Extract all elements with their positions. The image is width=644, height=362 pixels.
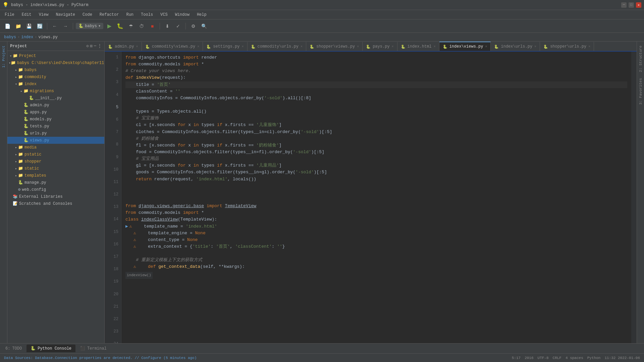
- forward-button[interactable]: →: [61, 21, 70, 31]
- sidebar-collapse-icon[interactable]: —: [94, 44, 96, 49]
- line-number: 18: [107, 266, 118, 273]
- tree-item[interactable]: 🐍tests.py: [7, 123, 104, 130]
- search-button[interactable]: 🔍: [199, 21, 209, 31]
- sep2: ›: [35, 35, 37, 40]
- menu-vcs[interactable]: VCS: [157, 11, 171, 18]
- new-file-button[interactable]: 📄: [3, 21, 12, 31]
- tree-item-label: media: [24, 145, 37, 150]
- tree-item-icon: 🐍: [23, 110, 29, 115]
- menu-window[interactable]: Window: [172, 11, 193, 18]
- tree-item[interactable]: ▸📁pstatic: [7, 151, 104, 158]
- tree-item[interactable]: ▾📁Project: [7, 52, 104, 59]
- back-button[interactable]: ←: [50, 21, 59, 31]
- tree-item[interactable]: ▸📁templates: [7, 172, 104, 179]
- tree-item[interactable]: ▾📁babys C:\Users\ied\Desktop\chapter11\b…: [7, 59, 104, 66]
- code-line: # 重新定义模板上下文的获取方式: [125, 257, 627, 263]
- sidebar-settings-icon[interactable]: ⚙: [86, 44, 89, 49]
- tab-close-button[interactable]: ×: [357, 45, 359, 49]
- warning-gutter-icon[interactable]: ⚠: [133, 264, 136, 269]
- tree-item[interactable]: 📝Scratches and Consoles: [7, 200, 104, 207]
- project-tab[interactable]: 1: Project: [1, 43, 6, 70]
- tab-close-button[interactable]: ×: [392, 45, 394, 49]
- tab-close-button[interactable]: ×: [588, 45, 590, 49]
- warning-gutter-icon[interactable]: ⚠: [129, 224, 132, 229]
- settings-button[interactable]: ⚙: [189, 21, 198, 31]
- tree-item[interactable]: ▸📁commodity: [7, 73, 104, 80]
- warning-gutter-icon[interactable]: ⚠: [133, 237, 136, 242]
- tree-item[interactable]: ▸📁media: [7, 144, 104, 151]
- tree-item[interactable]: 🐍__init__.py: [7, 95, 104, 102]
- sync-button[interactable]: 🔄: [35, 21, 44, 31]
- tab-close-button[interactable]: ×: [301, 45, 303, 49]
- tree-item[interactable]: ▸📁shopper: [7, 158, 104, 165]
- breadcrumb-babys[interactable]: babys: [4, 35, 16, 40]
- menu-tools[interactable]: Tools: [138, 11, 156, 18]
- menu-edit[interactable]: Edit: [18, 11, 35, 18]
- python-console-tab[interactable]: 🐍 Python Console: [26, 345, 75, 352]
- tree-item[interactable]: ▾📁index: [7, 80, 104, 87]
- coverage-button[interactable]: ☂: [126, 21, 136, 31]
- tab-icon: 🐍: [401, 45, 406, 49]
- structure-tab[interactable]: 2: Structure: [638, 43, 643, 75]
- menu-help[interactable]: Help: [194, 11, 210, 18]
- sidebar-gear-icon[interactable]: ⋮: [98, 44, 102, 49]
- editor-tab[interactable]: 🐍settings.py×: [203, 42, 247, 51]
- editor-tab[interactable]: 🐍commodity\urls.py×: [248, 42, 306, 51]
- menu-code[interactable]: Code: [79, 11, 96, 18]
- editor-tab[interactable]: 🐍index.html×: [397, 42, 439, 51]
- editor-tab[interactable]: 🐍shopper\views.py×: [306, 42, 363, 51]
- debug-button[interactable]: 🐛: [115, 21, 125, 31]
- tree-item[interactable]: ▸📁static: [7, 165, 104, 172]
- terminal-tab[interactable]: ⬛ Terminal: [76, 345, 111, 352]
- vcs-update-button[interactable]: ⬇: [163, 21, 172, 31]
- tab-close-button[interactable]: ×: [197, 45, 199, 49]
- editor-tab[interactable]: 🐍index\views.py×: [439, 42, 491, 51]
- tree-item[interactable]: 🐍admin.py: [7, 102, 104, 109]
- tree-item[interactable]: ⚙web.config: [7, 186, 104, 193]
- tree-item[interactable]: 🐍urls.py: [7, 130, 104, 137]
- minimize-button[interactable]: ─: [621, 2, 627, 8]
- stop-button[interactable]: ■: [148, 21, 157, 31]
- commit-button[interactable]: ✓: [173, 21, 183, 31]
- tree-item[interactable]: 🐍models.py: [7, 116, 104, 123]
- tree-item[interactable]: ▸📁babys: [7, 66, 104, 73]
- code-line: from commodity.models import *: [125, 61, 627, 68]
- tab-close-button[interactable]: ×: [136, 45, 138, 49]
- favorites-tab[interactable]: 3: Favorites: [638, 75, 643, 107]
- editor-tab[interactable]: 🐍commodity\views.py×: [142, 42, 203, 51]
- maximize-button[interactable]: □: [629, 2, 634, 8]
- sidebar-expand-icon[interactable]: ⊞: [90, 44, 93, 49]
- profile-button[interactable]: ⏱: [137, 21, 146, 31]
- editor-tab[interactable]: 🐍pays.py×: [363, 42, 397, 51]
- tree-item[interactable]: 🐍views.py: [7, 137, 104, 144]
- editor-tab[interactable]: 🐍shopper\urls.py×: [540, 42, 594, 51]
- code-content[interactable]: from django.shortcuts import renderfrom …: [121, 52, 631, 343]
- menu-run[interactable]: Run: [123, 11, 137, 18]
- tab-close-button[interactable]: ×: [485, 45, 487, 49]
- run-gutter-icon[interactable]: ▶: [125, 224, 128, 229]
- menu-file[interactable]: File: [1, 11, 18, 18]
- tree-item[interactable]: 🐍manage.py: [7, 179, 104, 186]
- code-line: # Create your views here.: [125, 68, 627, 74]
- tree-item[interactable]: 🐍apps.py: [7, 109, 104, 116]
- menu-refactor[interactable]: Refactor: [96, 11, 122, 18]
- breadcrumb-index[interactable]: index: [21, 35, 33, 40]
- tree-item[interactable]: 📚External Libraries: [7, 193, 104, 200]
- run-button[interactable]: ▶: [105, 21, 114, 31]
- todo-tab[interactable]: 6: TODO: [1, 345, 26, 352]
- save-button[interactable]: 💾: [24, 21, 34, 31]
- editor-tab[interactable]: 🐍index\urls.py×: [491, 42, 540, 51]
- editor-tab[interactable]: 🐍admin.py×: [105, 42, 142, 51]
- run-configuration[interactable]: 🐍 babys ▾: [76, 23, 103, 29]
- tab-close-button[interactable]: ×: [241, 45, 244, 49]
- close-button[interactable]: ✕: [636, 2, 641, 8]
- menu-navigate[interactable]: Navigate: [52, 11, 78, 18]
- warning-gutter-icon[interactable]: ⚠: [133, 244, 136, 249]
- tab-icon: 🐍: [543, 45, 548, 49]
- tree-item[interactable]: ▸📁migrations: [7, 87, 104, 95]
- tab-close-button[interactable]: ×: [434, 45, 436, 49]
- tab-close-button[interactable]: ×: [534, 45, 536, 49]
- menu-view[interactable]: View: [36, 11, 52, 18]
- warning-gutter-icon[interactable]: ⚠: [133, 231, 136, 236]
- open-button[interactable]: 📁: [13, 21, 23, 31]
